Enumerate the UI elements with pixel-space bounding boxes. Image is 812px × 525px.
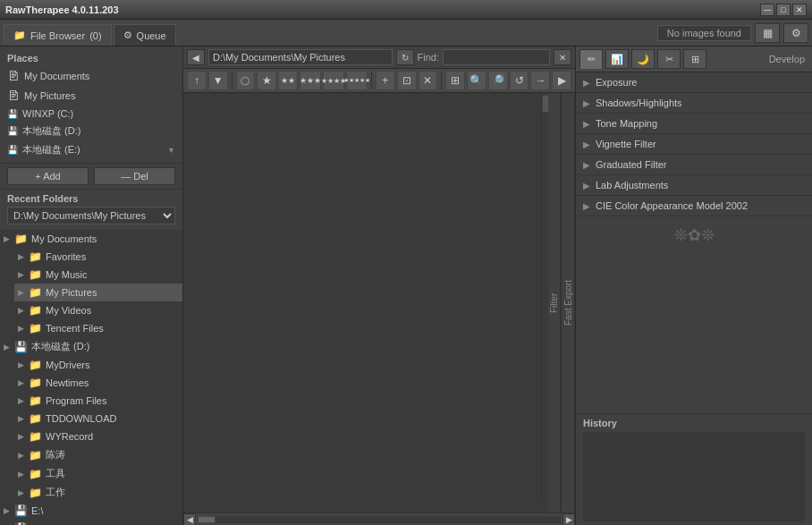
recent-folders-select[interactable]: D:\My Documents\My Pictures [7, 207, 175, 224]
tab-file-browser[interactable]: 📁 File Browser (0) [4, 24, 112, 46]
hscroll-track[interactable] [198, 516, 561, 523]
tree-item-my-documents[interactable]: ▶📁My Documents▶📁Favorites▶📁My Music▶📁My … [0, 230, 182, 337]
dev-tab-raw[interactable]: ⊞ [683, 49, 706, 69]
panel-lab-label: Lab Adjustments [596, 180, 668, 191]
refresh-button[interactable]: ↻ [396, 49, 414, 65]
maximize-button[interactable]: □ [776, 4, 791, 16]
dev-tab-exposure[interactable]: ✏ [579, 49, 603, 69]
sep1 [232, 72, 233, 89]
path-back-button[interactable]: ◀ [187, 49, 205, 65]
panel-vignette-label: Vignette Filter [596, 139, 656, 149]
history-section: History [576, 413, 812, 525]
path-input[interactable] [208, 49, 393, 65]
tree-item[interactable]: ▶📁工具 [14, 464, 182, 483]
tree-item-drive[interactable]: ▶💾E:\ [0, 502, 182, 520]
tree-item[interactable]: ▶📁工作 [14, 483, 182, 502]
vscroll-thumb[interactable] [542, 95, 548, 113]
star2-button[interactable]: ★★ [278, 71, 298, 90]
next-button[interactable]: ▶ [552, 71, 571, 90]
folder-icon: 📁 [29, 250, 42, 263]
tree-item-drive[interactable]: ▶💾F:\ [0, 520, 182, 525]
tree-item[interactable]: ▶📁WYRecord [14, 428, 182, 445]
filter-strip[interactable]: Filter [548, 93, 561, 512]
no-images-label: No images found [657, 25, 751, 41]
filter-label: Filter [549, 292, 559, 312]
place-my-pictures-label: My Pictures [24, 90, 75, 101]
place-my-pictures[interactable]: 🖹 My Pictures [0, 86, 182, 106]
tree-item[interactable]: ▶📁TDDOWNLOAD [14, 410, 182, 428]
tree-item[interactable]: ▶📁陈涛 [14, 445, 182, 464]
my-documents-icon: 🖹 [7, 69, 20, 83]
star-none-button[interactable]: ◯ [236, 71, 256, 90]
hscroll-thumb[interactable] [198, 516, 216, 523]
tree-item[interactable]: ▶📁Newtimes [14, 374, 182, 392]
fast-export-strip[interactable]: Fast Export [561, 93, 575, 512]
settings-button[interactable]: ⚙ [783, 23, 808, 43]
filter-button[interactable]: ▼ [208, 71, 228, 90]
window-controls: — □ ✕ [760, 4, 807, 16]
find-input[interactable] [443, 49, 550, 65]
star5-button[interactable]: ★★★★★ [346, 71, 368, 90]
dev-tab-advanced[interactable]: 🌙 [631, 49, 655, 69]
add-button[interactable]: + [376, 71, 395, 90]
add-place-button[interactable]: + Add [7, 167, 89, 185]
place-drive-c[interactable]: 💾 WINXP (C:) [0, 106, 182, 122]
places-title: Places [0, 50, 182, 66]
export-button[interactable]: → [530, 71, 550, 90]
hscroll-right-button[interactable]: ▶ [562, 513, 575, 526]
dev-tab-transform[interactable]: ✂ [657, 49, 681, 69]
tab-queue[interactable]: ⚙ Queue [114, 24, 176, 46]
hscroll-left-button[interactable]: ◀ [183, 513, 196, 526]
panel-tone-mapping[interactable]: ▶ Tone Mapping [576, 114, 812, 134]
tree-item[interactable]: ▶📁My Pictures [14, 284, 182, 301]
panel-graduated-filter[interactable]: ▶ Graduated Filter [576, 155, 812, 175]
star3-button[interactable]: ★★★ [300, 71, 321, 90]
tree-item[interactable]: ▶📁Favorites [14, 248, 182, 266]
find-clear-button[interactable]: ✕ [554, 49, 571, 65]
panel-cie[interactable]: ▶ CIE Color Appearance Model 2002 [576, 196, 812, 216]
star4-button[interactable]: ★★★★ [323, 71, 344, 90]
place-my-documents[interactable]: 🖹 My Documents [0, 66, 182, 86]
go-up-button[interactable]: ↑ [187, 71, 207, 90]
folder-icon: 📁 [13, 30, 26, 41]
panel-shadows-highlights[interactable]: ▶ Shadows/Highlights [576, 93, 812, 114]
del-place-button[interactable]: — Del [94, 167, 175, 185]
rotate-left-button[interactable]: ↺ [510, 71, 529, 90]
develop-label: Develop [709, 54, 808, 64]
expand-icon: ▶ [4, 234, 14, 243]
minimize-button[interactable]: — [760, 4, 774, 16]
tree-item[interactable]: ▶📁My Videos [14, 301, 182, 319]
zoom-fit-button[interactable]: ⊞ [445, 71, 465, 90]
panel-vignette-filter[interactable]: ▶ Vignette Filter [576, 134, 812, 155]
grid-view-button[interactable]: ▦ [755, 23, 780, 43]
crop-button[interactable]: ⊡ [397, 71, 417, 90]
tree-item[interactable]: ▶📁Tencent Files [14, 319, 182, 337]
expand-arrow: ▶ [18, 378, 29, 387]
zoom-out-button[interactable]: 🔎 [488, 71, 508, 90]
tab-bar: 📁 File Browser (0) ⚙ Queue No images fou… [0, 20, 812, 47]
place-drive-e[interactable]: 💾 本地磁盘 (E:) ▼ [0, 140, 182, 159]
tree-row-my-documents[interactable]: ▶📁My Documents [0, 230, 182, 248]
folder-icon: 📁 [29, 304, 42, 317]
tree-item[interactable]: ▶📁My Music [14, 266, 182, 284]
dev-tab-color[interactable]: 📊 [605, 49, 629, 69]
tree-item[interactable]: ▶📁Program Files [14, 392, 182, 410]
close-button[interactable]: ✕ [792, 4, 807, 16]
expand-arrow: ▶ [18, 451, 29, 460]
panel-lab-adjustments[interactable]: ▶ Lab Adjustments [576, 175, 812, 196]
place-drive-e-label: 本地磁盘 (E:) [22, 143, 80, 157]
horizontal-scrollbar[interactable]: ◀ ▶ [183, 512, 575, 525]
panel-exposure[interactable]: ▶ Exposure [576, 72, 812, 93]
vertical-scrollbar[interactable] [541, 93, 548, 500]
panel-shadows-arrow: ▶ [583, 98, 590, 108]
folder-tree[interactable]: ▶📁My Documents▶📁Favorites▶📁My Music▶📁My … [0, 230, 182, 525]
file-area[interactable] [183, 93, 548, 512]
tree-row-drive-d[interactable]: ▶💾本地磁盘 (D:) [0, 337, 182, 356]
place-drive-d[interactable]: 💾 本地磁盘 (D:) [0, 122, 182, 140]
tree-drive-d[interactable]: ▶💾本地磁盘 (D:)▶📁MyDrivers▶📁Newtimes▶📁Progra… [0, 337, 182, 502]
tree-item[interactable]: ▶📁MyDrivers [14, 356, 182, 374]
delete-button[interactable]: ✕ [419, 71, 438, 90]
star1-button[interactable]: ★ [257, 71, 276, 90]
tree-label: 工具 [46, 467, 65, 480]
zoom-in-button[interactable]: 🔍 [467, 71, 486, 90]
